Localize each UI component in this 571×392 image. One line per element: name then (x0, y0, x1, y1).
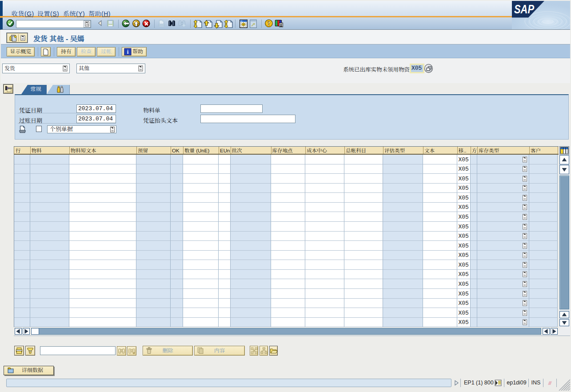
svg-text:i: i (127, 48, 129, 55)
svg-text:?: ? (268, 20, 271, 27)
svg-text:SAP: SAP (514, 3, 535, 16)
